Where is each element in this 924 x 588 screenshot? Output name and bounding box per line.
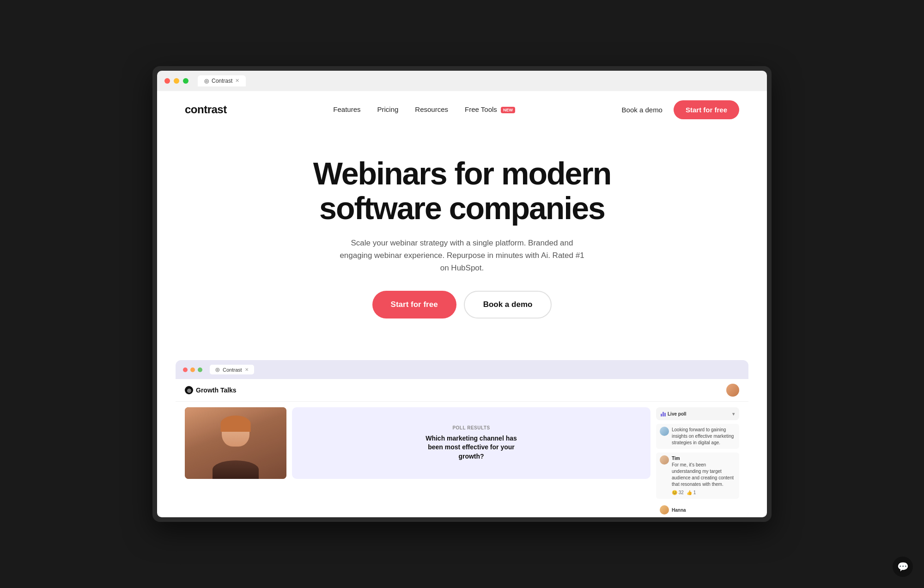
browser-chrome: ◎ Contrast ✕	[157, 71, 767, 91]
person-hair	[221, 416, 251, 432]
logo[interactable]: contrast	[185, 103, 227, 116]
nav-item-pricing[interactable]: Pricing	[377, 105, 398, 114]
hero-book-demo-button[interactable]: Book a demo	[464, 291, 552, 318]
mockup-logo-icon: ◎	[185, 386, 193, 394]
tab-icon: ◎	[204, 78, 209, 84]
hero-section: Webinars for modern software companies S…	[157, 129, 767, 360]
reaction-2: 👍 1	[687, 490, 696, 496]
video-person	[185, 407, 286, 479]
chat-avatar-2	[660, 455, 669, 465]
mockup-browser-tab: ◎ Contrast ✕	[210, 365, 254, 374]
mockup-header: ◎ Growth Talks	[176, 379, 748, 402]
chat-content-2: Tim For me, it's been understanding my t…	[672, 455, 736, 496]
sidebar-live-poll: Live poll ▾	[656, 407, 739, 420]
hero-buttons: Start for free Book a demo	[176, 291, 748, 318]
mockup-chrome: ◎ Contrast ✕	[176, 360, 748, 379]
browser-tab[interactable]: ◎ Contrast ✕	[198, 75, 246, 86]
mockup-dot-red	[183, 368, 188, 372]
chat-message-2: Tim For me, it's been understanding my t…	[656, 453, 739, 499]
hero-start-free-button[interactable]: Start for free	[372, 291, 456, 318]
mockup-main-area: POLL RESULTS Which marketing channel has…	[176, 402, 748, 517]
mockup-dot-green	[198, 368, 202, 372]
nav-links: Features Pricing Resources Free Tools ne…	[333, 105, 515, 114]
sidebar-live-icon: Live poll	[661, 411, 687, 416]
nav-link-pricing[interactable]: Pricing	[377, 105, 398, 113]
reaction-1: 😊 32	[672, 490, 684, 496]
poll-question: Which marketing channel has been most ef…	[420, 434, 522, 461]
tab-close-icon[interactable]: ✕	[235, 78, 239, 84]
chat-name-2: Tim	[672, 455, 736, 462]
book-demo-nav-button[interactable]: Book a demo	[622, 106, 663, 114]
mockup-sidebar: Live poll ▾ Looking forward to gaining i…	[656, 407, 739, 517]
nav-link-resources[interactable]: Resources	[415, 105, 448, 113]
hanna-row: Hanna	[656, 502, 739, 517]
chat-widget[interactable]: 💬	[893, 557, 913, 577]
traffic-light-red[interactable]	[164, 78, 170, 84]
screen-wrapper: ◎ Contrast ✕ contrast Features Pricing R…	[152, 66, 772, 522]
chat-text-1: Looking forward to gaining insights on e…	[672, 427, 736, 446]
nav-item-resources[interactable]: Resources	[415, 105, 448, 114]
page-content: contrast Features Pricing Resources Free…	[157, 91, 767, 517]
mockup-dot-yellow	[190, 368, 195, 372]
mockup-logo: ◎ Growth Talks	[185, 386, 237, 394]
mockup-tab-icon: ◎	[215, 367, 220, 373]
chat-text-2: For me, it's been understanding my targe…	[672, 462, 734, 487]
mockup-video	[185, 407, 286, 479]
mockup-poll-area: POLL RESULTS Which marketing channel has…	[292, 407, 650, 479]
chat-message-1: Looking forward to gaining insights on e…	[656, 424, 739, 449]
person-shoulder	[213, 460, 259, 479]
navigation: contrast Features Pricing Resources Free…	[157, 91, 767, 129]
mockup-tab-label: Contrast	[223, 367, 242, 373]
nav-link-features[interactable]: Features	[333, 105, 360, 113]
browser-mockup: ◎ Contrast ✕ ◎ Growth Talks	[176, 360, 748, 517]
hanna-name: Hanna	[672, 508, 686, 513]
mockup-logo-text: Growth Talks	[196, 386, 237, 394]
nav-item-features[interactable]: Features	[333, 105, 360, 114]
traffic-light-yellow[interactable]	[174, 78, 179, 84]
bar-chart-icon	[661, 411, 666, 416]
chat-avatar-1	[660, 427, 669, 436]
nav-link-free-tools[interactable]: Free Tools new	[465, 105, 515, 113]
hero-subtext: Scale your webinar strategy with a singl…	[337, 237, 587, 275]
nav-item-free-tools[interactable]: Free Tools new	[465, 105, 515, 114]
chat-reactions: 😊 32 👍 1	[672, 490, 736, 496]
hero-headline: Webinars for modern software companies	[300, 156, 624, 226]
hanna-avatar	[660, 505, 669, 514]
mockup-tab-close-icon: ✕	[245, 367, 249, 372]
traffic-light-green[interactable]	[183, 78, 188, 84]
chat-widget-icon: 💬	[897, 561, 909, 572]
new-badge: new	[501, 107, 515, 113]
nav-actions: Book a demo Start for free	[622, 100, 739, 119]
live-poll-label: Live poll	[668, 411, 687, 416]
poll-label: POLL RESULTS	[452, 425, 490, 430]
mockup-page: ◎ Growth Talks	[176, 379, 748, 517]
start-free-nav-button[interactable]: Start for free	[674, 100, 739, 119]
chevron-down-icon: ▾	[732, 411, 735, 416]
tab-label: Contrast	[212, 78, 232, 84]
mockup-avatar	[726, 384, 739, 397]
